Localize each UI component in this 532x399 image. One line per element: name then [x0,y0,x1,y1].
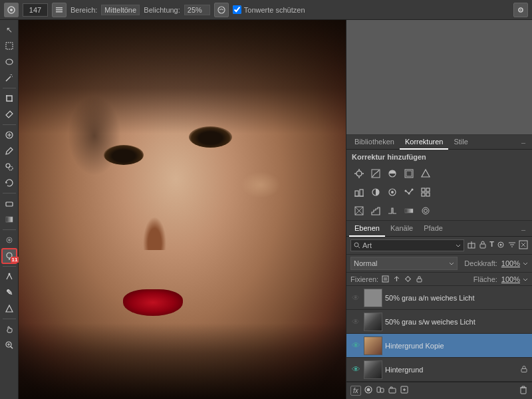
layer-item-hintergrund[interactable]: 👁 Hintergrund [346,358,532,382]
blend-mode-dropdown[interactable]: Normal [350,257,458,270]
tool-brush[interactable] [2,144,17,158]
adj-threshold-icon[interactable] [385,204,400,217]
lock-position-icon[interactable] [392,275,401,283]
tab-stile[interactable]: Stile [448,135,473,150]
adj-brightness-icon[interactable] [352,167,366,180]
svg-rect-85 [521,388,526,394]
lock-artboard-icon[interactable] [404,275,412,283]
lock-all-icon[interactable] [415,275,424,283]
tab-pfade[interactable]: Pfade [418,221,448,237]
airbrush-icon[interactable] [214,3,229,17]
tool-move[interactable]: ↖ [2,23,17,37]
layer-fx-button[interactable]: fx [350,386,361,396]
adj-colorbalance-icon[interactable] [352,186,366,199]
layers-panel-close-btn[interactable]: – [517,223,529,236]
layer-item-50grau-an[interactable]: 👁 50% grau a/n weiches Licht [346,286,532,310]
adj-photo-filter-icon[interactable] [385,186,400,199]
tool-zoom[interactable] [2,338,17,352]
svg-rect-75 [417,279,422,282]
opacity-arrow[interactable] [523,261,528,266]
settings-icon[interactable] [513,3,528,17]
tab-bibliotheken[interactable]: Bibliotheken [349,135,400,150]
adjustments-panel: Bibliotheken Korrekturen Stile – Korrekt… [346,135,532,221]
canvas-area[interactable] [19,20,346,399]
layer-lock-icon[interactable] [478,240,487,251]
layer-visibility-hintergrund[interactable]: 👁 [350,364,361,374]
brush-tool-icon[interactable] [4,3,19,17]
tool-eyedropper[interactable] [2,107,17,122]
layer-delete-button[interactable] [519,385,528,396]
tool-options-icon[interactable] [52,3,66,17]
layer-visibility-50grau-sw[interactable]: 👁 [350,317,361,327]
svg-rect-21 [6,217,13,222]
tool-badge: 11 [11,257,19,263]
svg-rect-56 [405,209,413,213]
adj-exposure-icon[interactable] [385,167,400,180]
tool-magic-wand[interactable] [2,70,17,85]
panel-close-btn[interactable]: – [517,136,529,149]
svg-rect-40 [406,171,412,176]
tool-heal[interactable] [2,128,17,142]
layer-visibility-50grau-an[interactable]: 👁 [350,293,361,303]
tool-crop[interactable] [2,91,17,106]
tab-ebenen[interactable]: Ebenen [349,221,385,237]
layer-filter-box[interactable]: Art [350,239,464,251]
svg-point-48 [405,190,407,192]
layer-item-hintergrund-kopie[interactable]: 👁 Hintergrund Kopie [346,334,532,358]
layer-smart-filter-icon[interactable] [507,240,517,251]
tab-kanaele[interactable]: Kanäle [385,221,418,237]
layer-more-icon[interactable] [519,240,528,251]
tonwerte-checkbox-wrapper[interactable]: Tonwerte schützen [233,5,305,14]
layer-new-button[interactable] [400,385,409,396]
layer-item-50grau-sw[interactable]: 👁 50% grau s/w weiches Licht [346,310,532,334]
layer-effects-icon[interactable] [496,240,505,251]
tool-rect-select[interactable] [2,39,17,53]
tool-eraser[interactable] [2,196,17,211]
brush-size-value[interactable]: 147 [23,3,48,17]
tonwerte-checkbox[interactable] [233,5,241,14]
lock-pixels-icon[interactable] [381,275,390,283]
flaeche-value[interactable]: 100% [501,275,520,283]
tab-korrekturen[interactable]: Korrekturen [400,135,448,150]
layer-mask-button[interactable] [364,385,373,396]
adj-curves-icon[interactable] [368,167,383,180]
layer-adjustment-button[interactable] [376,385,385,396]
tool-clone[interactable] [2,160,17,174]
adj-bw-icon[interactable] [368,186,383,199]
layer-type-icon[interactable]: T [489,240,494,251]
layer-group-button[interactable] [388,385,397,396]
flaeche-arrow[interactable] [523,277,528,282]
svg-rect-20 [6,202,13,206]
layer-thumb-50grau-sw [364,313,382,331]
lock-row: Fixieren: Fläche: 100% [346,273,532,286]
tool-lasso[interactable] [2,55,17,69]
svg-point-9 [6,59,13,65]
adj-hsl-icon[interactable] [418,167,433,180]
tool-text[interactable]: ✎ [2,285,17,300]
adj-colorlookup-icon[interactable] [418,186,433,199]
svg-rect-76 [521,368,527,372]
adj-channel-mixer-icon[interactable] [402,186,416,199]
svg-rect-63 [480,244,485,248]
svg-point-5 [218,7,225,13]
layer-visibility-hintergrund-kopie[interactable]: 👁 [350,340,361,350]
svg-marker-27 [6,305,13,312]
tool-hand[interactable] [2,322,17,336]
tool-dodge[interactable]: 11 [2,249,17,263]
tool-gradient[interactable] [2,212,17,227]
layer-new-fill-icon[interactable] [467,240,476,251]
adj-invert-icon[interactable] [352,204,366,217]
svg-rect-8 [6,43,13,49]
svg-point-57 [422,207,429,214]
tool-history[interactable] [2,176,17,190]
adj-gradient-map-icon[interactable] [402,204,416,217]
adj-selective-color-icon[interactable] [418,204,433,217]
belichtung-dropdown[interactable]: 25% 50% 75% 100% [184,5,210,15]
adj-posterize-icon[interactable] [368,204,383,217]
bereich-dropdown[interactable]: Mitteltöne Lichter Tiefen [101,5,140,15]
tool-blur[interactable] [2,233,17,247]
tool-pen[interactable] [2,269,17,284]
adj-vibrance-icon[interactable] [402,167,416,180]
opacity-value[interactable]: 100% [501,259,520,267]
tool-shape[interactable] [2,301,17,316]
